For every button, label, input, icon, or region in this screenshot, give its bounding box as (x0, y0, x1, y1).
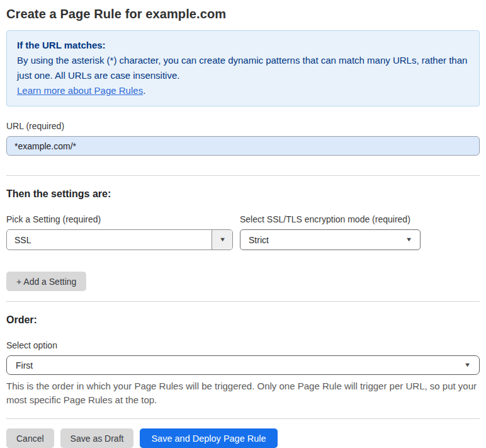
learn-more-link[interactable]: Learn more about Page Rules (17, 85, 143, 96)
ssl-mode-select[interactable]: Strict ▼ (240, 229, 421, 250)
setting-picker-label: Pick a Setting (required) (6, 214, 233, 224)
order-select-label: Select option (6, 340, 480, 350)
ssl-mode-column: Select SSL/TLS encryption mode (required… (240, 200, 421, 250)
setting-picker-value: SSL (7, 230, 212, 250)
settings-row: Pick a Setting (required) SSL ▼ Select S… (6, 200, 480, 250)
order-select-value: First (16, 360, 33, 370)
ssl-mode-value: Strict (249, 235, 269, 245)
order-section-heading: Order: (6, 314, 480, 326)
info-box-heading: If the URL matches: (17, 38, 469, 53)
link-suffix: . (143, 85, 145, 96)
add-setting-button[interactable]: + Add a Setting (6, 272, 86, 291)
create-page-rule-form: Create a Page Rule for example.com If th… (0, 0, 486, 448)
footer-actions: Cancel Save as Draft Save and Deploy Pag… (6, 428, 480, 448)
section-divider (6, 175, 480, 176)
ssl-mode-label: Select SSL/TLS encryption mode (required… (240, 214, 421, 224)
chevron-down-icon: ▼ (405, 237, 412, 243)
url-field-label: URL (required) (6, 121, 480, 131)
chevron-down-icon: ▼ (464, 362, 471, 368)
settings-section-heading: Then the settings are: (6, 188, 480, 200)
section-divider (6, 418, 480, 419)
order-select[interactable]: First ▼ (6, 355, 480, 375)
chevron-down-icon: ▼ (218, 237, 225, 243)
section-divider (6, 301, 480, 302)
url-match-info-box: If the URL matches: By using the asteris… (6, 30, 480, 106)
setting-picker-column: Pick a Setting (required) SSL ▼ (6, 200, 233, 250)
cancel-button[interactable]: Cancel (6, 428, 54, 448)
order-help-text: This is the order in which your Page Rul… (6, 379, 480, 407)
info-box-link-line: Learn more about Page Rules. (17, 83, 469, 98)
setting-picker-arrow-segment[interactable]: ▼ (212, 230, 232, 250)
setting-picker-select[interactable]: SSL ▼ (6, 229, 233, 250)
save-as-draft-button[interactable]: Save as Draft (60, 428, 134, 448)
url-input[interactable] (6, 136, 480, 156)
info-box-body: By using the asterisk (*) character, you… (17, 53, 469, 83)
save-and-deploy-button[interactable]: Save and Deploy Page Rule (140, 428, 277, 448)
page-title: Create a Page Rule for example.com (6, 5, 480, 23)
